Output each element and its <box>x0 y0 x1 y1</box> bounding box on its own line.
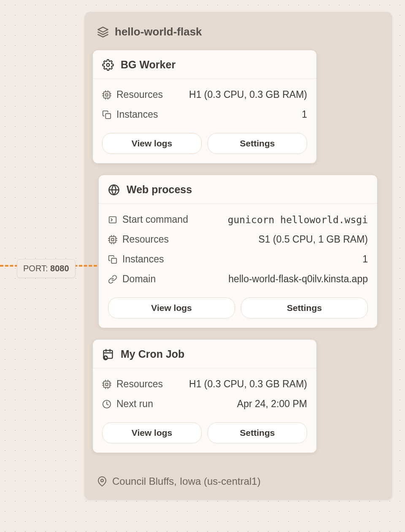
row-label: Domain <box>108 273 156 285</box>
card-body: Start command gunicorn helloworld.wsgi R… <box>99 204 377 295</box>
row-resources: Resources H1 (0.3 CPU, 0.3 GB RAM) <box>102 85 307 105</box>
label-text: Resources <box>116 89 163 100</box>
calendar-clock-icon <box>102 348 114 360</box>
label-text: Resources <box>116 378 163 390</box>
row-value: hello-world-flask-q0ilv.kinsta.app <box>228 273 368 285</box>
row-label: Instances <box>102 109 158 120</box>
port-badge: PORT: 8080 <box>17 259 76 278</box>
svg-rect-3 <box>105 94 108 96</box>
svg-rect-12 <box>105 113 111 119</box>
row-value: S1 (0.5 CPU, 1 GB RAM) <box>259 234 368 245</box>
settings-button[interactable]: Settings <box>208 422 307 443</box>
svg-rect-34 <box>104 381 110 387</box>
link-icon <box>108 275 117 284</box>
card-footer: View logs Settings <box>93 420 316 453</box>
copy-icon <box>102 110 111 119</box>
label-text: Next run <box>116 398 153 410</box>
terminal-icon <box>108 215 117 224</box>
cpu-icon <box>108 235 117 244</box>
row-value: Apr 24, 2:00 PM <box>237 398 307 410</box>
row-label: Resources <box>108 234 169 245</box>
label-text: Resources <box>122 234 169 245</box>
label-text: Instances <box>116 109 158 120</box>
cpu-icon <box>102 90 111 100</box>
label-text: Domain <box>122 273 156 285</box>
view-logs-button[interactable]: View logs <box>102 422 202 443</box>
port-value: 8080 <box>50 264 69 273</box>
copy-icon <box>108 255 117 264</box>
svg-point-1 <box>107 63 110 66</box>
svg-rect-2 <box>104 92 110 98</box>
location-footer: Council Bluffs, Iowa (us-central1) <box>93 464 384 489</box>
label-text: Instances <box>122 254 164 265</box>
svg-marker-0 <box>98 27 108 32</box>
svg-rect-16 <box>110 236 116 243</box>
svg-rect-26 <box>111 258 116 263</box>
card-body: Resources H1 (0.3 CPU, 0.3 GB RAM) Insta… <box>93 79 316 130</box>
process-card-bg-worker: BG Worker Resources H1 (0.3 CPU, 0.3 GB … <box>93 50 316 163</box>
row-label: Next run <box>102 398 153 410</box>
card-title: Web process <box>127 184 192 196</box>
map-pin-icon <box>97 476 107 486</box>
process-card-cron: My Cron Job Resources H1 (0.3 CPU, 0.3 G… <box>93 340 316 453</box>
card-header: My Cron Job <box>93 340 316 368</box>
port-label: PORT: <box>23 264 50 273</box>
card-title: My Cron Job <box>121 348 184 360</box>
card-footer: View logs Settings <box>93 130 316 163</box>
view-logs-button[interactable]: View logs <box>108 297 235 319</box>
row-instances: Instances 1 <box>108 249 368 269</box>
app-title: hello-world-flask <box>115 25 202 38</box>
row-start-command: Start command gunicorn helloworld.wsgi <box>108 210 368 230</box>
row-value: 1 <box>362 254 368 265</box>
card-body: Resources H1 (0.3 CPU, 0.3 GB RAM) Next … <box>93 368 316 420</box>
svg-rect-17 <box>111 238 114 241</box>
view-logs-button[interactable]: View logs <box>102 133 202 154</box>
row-label: Start command <box>108 214 188 225</box>
cpu-icon <box>102 380 111 389</box>
card-title: BG Worker <box>121 59 176 71</box>
row-resources: Resources H1 (0.3 CPU, 0.3 GB RAM) <box>102 374 307 394</box>
row-value: H1 (0.3 CPU, 0.3 GB RAM) <box>189 89 307 100</box>
row-value: 1 <box>302 109 307 120</box>
row-instances: Instances 1 <box>102 105 307 124</box>
clock-icon <box>102 400 111 409</box>
row-next-run: Next run Apr 24, 2:00 PM <box>102 394 307 414</box>
row-domain: Domain hello-world-flask-q0ilv.kinsta.ap… <box>108 269 368 289</box>
settings-button[interactable]: Settings <box>208 133 307 154</box>
app-header: hello-world-flask <box>93 22 384 50</box>
app-panel: hello-world-flask BG Worker Resources H1… <box>84 12 392 500</box>
gear-icon <box>102 59 114 71</box>
globe-icon <box>108 184 120 196</box>
row-value: H1 (0.3 CPU, 0.3 GB RAM) <box>189 378 307 390</box>
label-text: Start command <box>122 214 188 225</box>
row-value: gunicorn helloworld.wsgi <box>228 214 368 225</box>
row-label: Instances <box>108 254 164 265</box>
card-header: BG Worker <box>93 50 316 79</box>
row-label: Resources <box>102 378 163 390</box>
process-card-web: Web process Start command gunicorn hello… <box>99 175 377 328</box>
row-resources: Resources S1 (0.5 CPU, 1 GB RAM) <box>108 230 368 249</box>
settings-button[interactable]: Settings <box>241 297 368 319</box>
row-label: Resources <box>102 89 163 100</box>
layers-icon <box>97 26 109 38</box>
svg-point-45 <box>101 479 103 482</box>
svg-rect-35 <box>105 383 108 386</box>
location-text: Council Bluffs, Iowa (us-central1) <box>112 475 261 487</box>
card-footer: View logs Settings <box>99 295 377 328</box>
card-header: Web process <box>99 175 377 204</box>
